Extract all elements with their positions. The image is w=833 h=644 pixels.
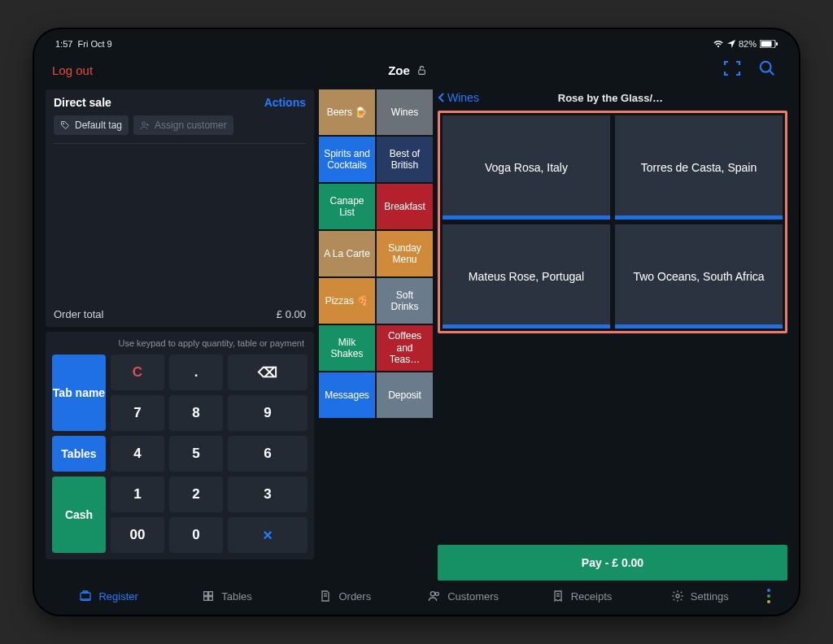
- key-4[interactable]: 4: [111, 436, 164, 472]
- cat-british[interactable]: Best of British: [377, 137, 433, 182]
- receipts-icon: [552, 590, 565, 603]
- status-date: Fri Oct 9: [78, 39, 112, 49]
- cat-sunday[interactable]: Sunday Menu: [377, 231, 433, 276]
- key-5[interactable]: 5: [169, 436, 223, 472]
- order-total-value: £ 0.00: [277, 308, 306, 320]
- logout-button[interactable]: Log out: [52, 63, 93, 77]
- register-icon: [79, 590, 92, 603]
- key-7[interactable]: 7: [111, 395, 164, 431]
- key-0[interactable]: 0: [169, 517, 223, 553]
- key-tab-name[interactable]: Tab name: [52, 355, 106, 431]
- product-mateus[interactable]: Mateus Rose, Portugal: [443, 224, 610, 329]
- svg-point-14: [676, 594, 679, 598]
- default-tag-chip[interactable]: Default tag: [54, 115, 129, 135]
- key-dot[interactable]: .: [169, 355, 223, 390]
- key-clear[interactable]: C: [111, 355, 164, 390]
- nav-customers-label: Customers: [447, 590, 499, 603]
- pay-button[interactable]: Pay - £ 0.00: [438, 545, 787, 581]
- svg-point-6: [142, 122, 146, 125]
- assign-customer-label: Assign customer: [155, 120, 227, 131]
- product-two-oceans[interactable]: Two Oceans, South Africa: [615, 224, 783, 329]
- cat-deposit[interactable]: Deposit: [377, 372, 433, 418]
- key-cash[interactable]: Cash: [52, 476, 106, 553]
- tables-icon: [202, 590, 215, 603]
- key-8[interactable]: 8: [169, 395, 223, 431]
- dot-icon: [767, 594, 770, 598]
- wifi-icon: [713, 40, 724, 48]
- nav-orders[interactable]: Orders: [289, 590, 402, 603]
- scan-icon: [722, 59, 742, 78]
- breadcrumb-back-label: Wines: [447, 91, 479, 104]
- nav-receipts[interactable]: Receipts: [525, 590, 638, 603]
- cat-spirits[interactable]: Spirits and Cocktails: [319, 137, 375, 182]
- key-9[interactable]: 9: [228, 395, 307, 431]
- svg-rect-9: [209, 592, 213, 596]
- current-user: Zoe: [388, 63, 410, 77]
- order-total-label: Order total: [54, 308, 103, 320]
- category-grid: Beers 🍺 Wines Spirits and Cocktails Best…: [319, 89, 433, 581]
- product-torres[interactable]: Torres de Casta, Spain: [615, 115, 783, 220]
- svg-point-13: [436, 592, 439, 595]
- cat-beers[interactable]: Beers 🍺: [319, 89, 375, 135]
- cat-canape[interactable]: Canape List: [319, 184, 375, 229]
- key-multiply[interactable]: ×: [228, 517, 307, 553]
- svg-rect-8: [204, 592, 208, 596]
- status-bar: 1:57 Fri Oct 9 82%: [46, 37, 787, 54]
- breadcrumb-back[interactable]: Wines: [438, 91, 479, 104]
- scan-button[interactable]: [722, 59, 742, 81]
- search-button[interactable]: [758, 59, 776, 80]
- status-right: 82%: [713, 39, 778, 49]
- key-1[interactable]: 1: [111, 476, 164, 512]
- svg-rect-10: [204, 597, 208, 601]
- keypad-hint: Use keypad to apply quantity, table or p…: [52, 337, 307, 351]
- svg-point-12: [431, 592, 435, 596]
- svg-rect-1: [761, 41, 772, 47]
- key-6[interactable]: 6: [228, 436, 307, 472]
- cat-messages[interactable]: Messages: [319, 372, 375, 418]
- nav-receipts-label: Receipts: [571, 590, 613, 603]
- nav-tables[interactable]: Tables: [170, 590, 283, 603]
- battery-percent: 82%: [739, 39, 757, 49]
- svg-point-4: [761, 62, 771, 72]
- svg-point-5: [63, 123, 64, 124]
- gear-icon: [671, 590, 684, 603]
- cat-coffees[interactable]: Coffees and Teas…: [377, 325, 433, 371]
- nav-settings-label: Settings: [691, 590, 729, 603]
- cat-wines[interactable]: Wines: [377, 89, 433, 135]
- nav-settings[interactable]: Settings: [643, 590, 757, 603]
- nav-register[interactable]: Register: [52, 590, 165, 603]
- breadcrumb-title: Rose by the Glass/…: [487, 92, 734, 104]
- sale-panel: Direct sale Actions Default tag Assign c…: [46, 89, 314, 327]
- battery-icon: [760, 40, 778, 48]
- cat-milkshakes[interactable]: Milk Shakes: [319, 325, 375, 371]
- cat-breakfast[interactable]: Breakfast: [377, 184, 433, 229]
- lock-open-icon: [416, 65, 427, 76]
- dot-icon: [767, 600, 770, 603]
- search-icon: [758, 59, 776, 77]
- cat-alacarte[interactable]: A La Carte: [319, 231, 375, 276]
- assign-customer-chip[interactable]: Assign customer: [133, 115, 233, 135]
- key-backspace[interactable]: ⌫: [228, 355, 307, 390]
- bottom-nav: Register Tables Orders Customers Receipt…: [46, 581, 787, 603]
- key-00[interactable]: 00: [111, 517, 164, 553]
- orders-icon: [319, 590, 332, 603]
- key-tables[interactable]: Tables: [52, 436, 106, 472]
- sale-lines: [54, 144, 306, 303]
- cat-pizzas[interactable]: Pizzas 🍕: [319, 278, 375, 324]
- customers-icon: [428, 590, 441, 603]
- person-add-icon: [140, 120, 150, 130]
- nav-more[interactable]: [761, 589, 781, 603]
- nav-register-label: Register: [98, 590, 137, 603]
- product-voga-rosa[interactable]: Voga Rosa, Italy: [443, 115, 610, 220]
- nav-customers[interactable]: Customers: [407, 590, 520, 603]
- key-2[interactable]: 2: [169, 476, 223, 512]
- product-frame: Voga Rosa, Italy Torres de Casta, Spain …: [438, 111, 787, 333]
- svg-rect-2: [776, 42, 778, 46]
- cat-softdrinks[interactable]: Soft Drinks: [377, 278, 433, 324]
- sale-title: Direct sale: [54, 96, 111, 109]
- sale-actions-button[interactable]: Actions: [264, 96, 306, 109]
- status-left: 1:57 Fri Oct 9: [55, 39, 112, 49]
- chevron-left-icon: [438, 93, 444, 102]
- key-3[interactable]: 3: [228, 476, 307, 512]
- app-title: Zoe: [388, 63, 427, 77]
